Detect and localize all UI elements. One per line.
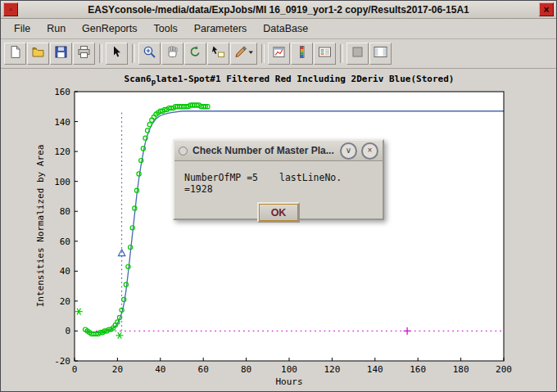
svg-text:140: 140 (367, 364, 383, 375)
dialog-titlebar[interactable]: Check Number of Master Pla... ∨ × (174, 141, 383, 161)
zoom-in-button[interactable] (138, 43, 161, 65)
save-button[interactable] (50, 43, 72, 65)
rotate-icon (188, 45, 202, 62)
menu-database[interactable]: DataBase (255, 20, 316, 37)
brush-icon (234, 45, 254, 62)
dialog-title: Check Number of Master Pla... (192, 145, 336, 156)
chevron-down-icon: ∨ (346, 146, 351, 155)
svg-text:60: 60 (60, 237, 70, 247)
dialog-message: NumberOfMP =5lastLineNo. =1928 (184, 172, 373, 195)
menu-tools[interactable]: Tools (146, 20, 186, 37)
svg-text:20: 20 (112, 364, 123, 375)
legend-icon (318, 45, 332, 62)
menu-run[interactable]: Run (38, 20, 74, 37)
menu-parameters[interactable]: Parameters (186, 20, 256, 37)
figure-area: Scan6plate1-Spot#1 Filtered Red Includin… (1, 69, 556, 392)
data-cursor-icon (211, 45, 225, 62)
data-cursor-button[interactable] (207, 43, 229, 65)
menu-genreports[interactable]: GenReports (74, 20, 145, 37)
toolbar-separator (132, 44, 135, 63)
rotate-3d-button[interactable] (184, 43, 206, 65)
window-title: EASYconsole-/media/data/ExpJobs/MI 16_09… (88, 4, 469, 16)
figure-toolbar (1, 39, 556, 69)
x-axis-label: Hours (275, 376, 302, 387)
hide-plot-tools-button[interactable] (346, 43, 369, 65)
show-plot-tools-button[interactable] (369, 43, 392, 65)
close-icon: × (368, 146, 373, 155)
open-file-button[interactable] (27, 43, 49, 65)
y-axis-label: Intensities Normalized by Area (35, 145, 46, 308)
chart[interactable]: Scan6plate1-Spot#1 Filtered Red Includin… (1, 69, 557, 392)
window-titlebar[interactable]: ▫ EASYconsole-/media/data/ExpJobs/MI 16_… (1, 1, 556, 19)
svg-text:20: 20 (60, 296, 70, 307)
number-of-mp-value: NumberOfMP =5 (184, 172, 258, 183)
printer-icon (77, 45, 91, 62)
link-plots-button[interactable] (268, 43, 290, 65)
svg-text:40: 40 (60, 266, 70, 277)
colorbar-icon (295, 45, 309, 62)
close-icon: × (543, 5, 549, 15)
pointer-tool-button[interactable] (106, 43, 128, 65)
hide-plot-tools-icon (351, 45, 365, 62)
svg-text:140: 140 (54, 117, 70, 128)
svg-text:180: 180 (453, 364, 469, 375)
toolbar-separator (99, 44, 102, 63)
svg-text:0: 0 (65, 326, 70, 336)
svg-text:120: 120 (54, 146, 70, 157)
svg-text:40: 40 (155, 364, 165, 375)
show-plot-tools-icon (374, 45, 387, 62)
pointer-arrow-icon (110, 45, 124, 62)
svg-text:80: 80 (241, 364, 251, 375)
menu-file[interactable]: File (6, 20, 38, 37)
svg-text:-20: -20 (54, 356, 70, 367)
pan-hand-icon (165, 45, 179, 62)
insert-colorbar-button[interactable] (291, 43, 313, 65)
dialog-dot-icon (179, 146, 188, 155)
ok-button[interactable]: OK (257, 202, 300, 223)
pan-button[interactable] (161, 43, 183, 65)
dialog-collapse-button[interactable]: ∨ (340, 142, 357, 160)
svg-text:120: 120 (324, 364, 340, 375)
insert-legend-button[interactable] (314, 43, 336, 65)
svg-text:80: 80 (60, 206, 70, 217)
chart-title: Scan6plate1-Spot#1 Filtered Red Includin… (125, 74, 455, 86)
svg-text:60: 60 (198, 364, 209, 375)
svg-text:200: 200 (496, 364, 512, 375)
new-document-icon (8, 45, 22, 62)
print-button[interactable] (73, 43, 95, 65)
open-folder-icon (31, 45, 45, 62)
plot-region[interactable]: 020406080100120140160180200-200204060801… (54, 87, 512, 375)
link-plots-icon (272, 45, 286, 62)
toolbar-separator (340, 44, 343, 63)
toolbar-separator (261, 44, 265, 63)
app-window: ▫ EASYconsole-/media/data/ExpJobs/MI 16_… (0, 0, 557, 392)
check-master-plate-dialog: Check Number of Master Pla... ∨ × Number… (173, 139, 384, 220)
svg-text:160: 160 (54, 87, 70, 97)
svg-text:0: 0 (72, 364, 78, 375)
dialog-close-button[interactable]: × (361, 142, 378, 160)
zoom-in-icon (143, 45, 156, 62)
window-menu-icon: ▫ (9, 6, 12, 14)
save-floppy-icon (54, 45, 68, 62)
svg-text:100: 100 (54, 177, 70, 187)
brush-button[interactable] (230, 43, 257, 65)
dialog-body: NumberOfMP =5lastLineNo. =1928 OK (174, 161, 383, 223)
new-file-button[interactable] (4, 43, 26, 65)
menubar: File Run GenReports Tools Parameters Dat… (1, 19, 556, 39)
svg-text:160: 160 (410, 364, 426, 375)
window-menu-button[interactable]: ▫ (3, 2, 18, 16)
window-close-button[interactable]: × (539, 2, 554, 16)
svg-text:100: 100 (281, 364, 297, 375)
